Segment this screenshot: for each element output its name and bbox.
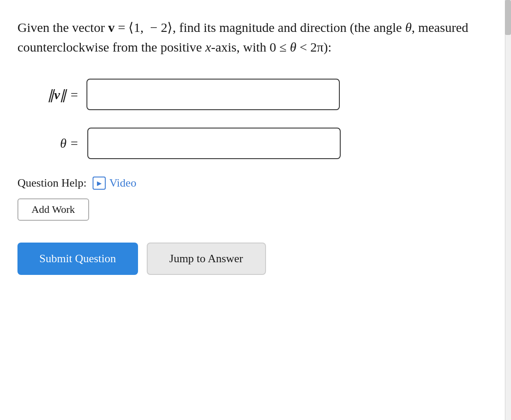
question-help-label: Question Help: xyxy=(17,177,86,190)
theta-symbol: θ xyxy=(405,20,412,35)
theta-symbol-2: θ xyxy=(290,40,297,54)
video-icon: ▶ xyxy=(93,177,106,190)
magnitude-input[interactable] xyxy=(86,79,340,110)
add-work-button[interactable]: Add Work xyxy=(17,198,89,221)
scrollbar[interactable] xyxy=(505,0,511,420)
bottom-buttons: Submit Question Jump to Answer xyxy=(17,243,483,275)
video-link[interactable]: Video xyxy=(109,177,136,190)
magnitude-label: ‖v‖ = xyxy=(44,87,79,102)
question-text: Given the vector v = ⟨1, − 2⟩, find its … xyxy=(17,17,483,57)
help-row: Question Help: ▶ Video xyxy=(17,177,483,190)
jump-to-answer-button[interactable]: Jump to Answer xyxy=(147,243,266,275)
scrollbar-thumb[interactable] xyxy=(505,0,511,35)
submit-question-button[interactable]: Submit Question xyxy=(17,243,138,275)
theta-row: θ = xyxy=(44,128,483,159)
x-axis-label: x xyxy=(205,40,211,54)
bold-v: v xyxy=(108,20,114,35)
theta-label: θ = xyxy=(44,136,79,151)
magnitude-row: ‖v‖ = xyxy=(44,79,483,110)
theta-input[interactable] xyxy=(87,128,341,159)
help-section: Question Help: ▶ Video Add Work xyxy=(17,177,483,221)
